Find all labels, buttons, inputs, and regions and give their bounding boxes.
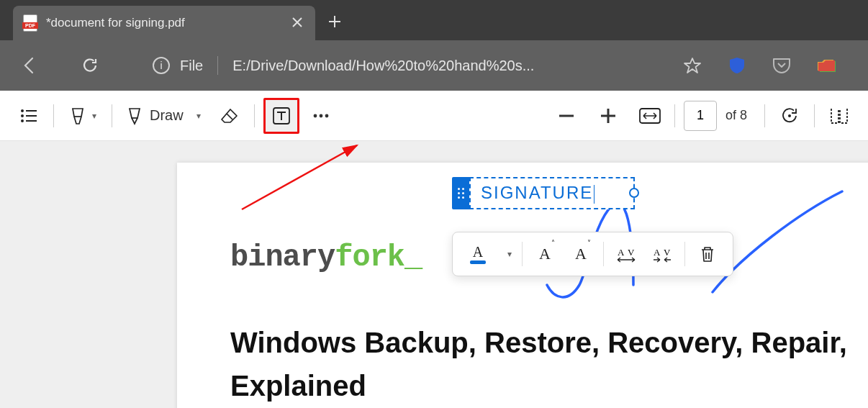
pdf-toolbar: ▾ Draw ▾ of 8: [0, 91, 868, 141]
decrease-font-button[interactable]: A˅: [563, 237, 599, 271]
divider: [112, 104, 112, 127]
divider: [522, 242, 523, 266]
svg-rect-10: [559, 114, 574, 117]
divider: [814, 104, 815, 127]
erase-button[interactable]: [214, 100, 245, 132]
back-button[interactable]: [10, 49, 49, 82]
page-number-input[interactable]: [684, 101, 717, 131]
svg-point-4: [21, 119, 24, 122]
text-annotation[interactable]: SIGNATURE: [452, 177, 635, 209]
divider: [217, 56, 218, 75]
svg-text:V: V: [664, 247, 671, 258]
address-path: E:/Drive/Download/How%20to%20hand%20s...: [232, 58, 534, 74]
zoom-out-button[interactable]: [551, 100, 582, 132]
increase-font-button[interactable]: A˄: [527, 237, 563, 271]
divider: [684, 242, 685, 266]
svg-text:V: V: [628, 247, 635, 258]
document-workspace[interactable]: SIGNATURE A ▾ A˄ A˅ AV AV bin: [0, 141, 868, 408]
divider: [603, 242, 604, 266]
annotation-text: SIGNATURE: [481, 183, 593, 202]
navbar-actions: [672, 55, 858, 76]
svg-point-7: [313, 114, 317, 117]
folder-extension-icon[interactable]: [816, 55, 836, 76]
annotation-textbox[interactable]: SIGNATURE: [469, 177, 635, 209]
svg-point-9: [325, 114, 328, 117]
svg-rect-1: [26, 110, 37, 112]
chevron-down-icon: ▾: [92, 111, 96, 121]
highlighter-button[interactable]: ▾: [63, 100, 103, 132]
more-button[interactable]: [305, 100, 337, 132]
site-info-icon[interactable]: i: [153, 57, 170, 74]
draw-label: Draw: [150, 107, 184, 124]
divider: [254, 104, 255, 127]
draw-button[interactable]: Draw ▾: [121, 100, 207, 132]
decrease-spacing-button[interactable]: AV: [644, 237, 680, 271]
svg-rect-3: [26, 115, 37, 117]
browser-tab-active[interactable]: *document for signing.pdf: [13, 6, 315, 40]
add-text-button[interactable]: [263, 98, 299, 134]
svg-rect-12: [607, 109, 609, 123]
rotate-button[interactable]: [774, 100, 805, 132]
increase-spacing-button[interactable]: AV: [608, 237, 644, 271]
svg-text:A: A: [618, 247, 625, 258]
tab-title: *document for signing.pdf: [46, 16, 185, 30]
page-total-label: of 8: [725, 108, 747, 123]
pocket-icon[interactable]: [772, 55, 792, 76]
new-tab-button[interactable]: [315, 11, 354, 40]
svg-text:A: A: [654, 247, 661, 258]
page-view-button[interactable]: [823, 100, 855, 132]
svg-point-0: [21, 109, 24, 112]
font-color-chevron[interactable]: ▾: [496, 237, 517, 271]
close-tab-icon[interactable]: [289, 13, 305, 34]
reload-button[interactable]: [71, 49, 109, 82]
text-format-toolbar: A ▾ A˄ A˅ AV AV: [452, 232, 733, 276]
chevron-down-icon: ▾: [196, 111, 201, 121]
annotation-drag-handle[interactable]: [452, 177, 469, 209]
divider: [674, 104, 675, 127]
svg-point-8: [319, 114, 322, 117]
divider: [764, 104, 765, 127]
pdf-file-icon: [23, 14, 37, 32]
browser-navbar: i File E:/Drive/Download/How%20to%20hand…: [0, 40, 868, 91]
favorite-icon[interactable]: [682, 55, 702, 76]
svg-point-14: [788, 114, 791, 117]
text-caret: [594, 185, 595, 204]
address-bar[interactable]: i File E:/Drive/Download/How%20to%20hand…: [109, 56, 672, 75]
browser-tabstrip: *document for signing.pdf: [0, 0, 868, 40]
fit-width-button[interactable]: [634, 100, 666, 132]
annotation-resize-handle[interactable]: [629, 188, 639, 198]
divider: [53, 104, 54, 127]
zoom-in-button[interactable]: [592, 100, 624, 132]
svg-rect-5: [26, 120, 37, 122]
shield-extension-icon[interactable]: [727, 55, 747, 76]
font-color-button[interactable]: A: [460, 237, 496, 271]
svg-point-2: [21, 114, 24, 117]
logo-text: binaryfork_: [230, 240, 422, 275]
page-heading: Windows Backup, Restore, Recovery, Repai…: [230, 321, 847, 407]
address-prefix: File: [180, 58, 203, 74]
contents-button[interactable]: [13, 100, 45, 132]
delete-annotation-button[interactable]: [690, 237, 725, 271]
